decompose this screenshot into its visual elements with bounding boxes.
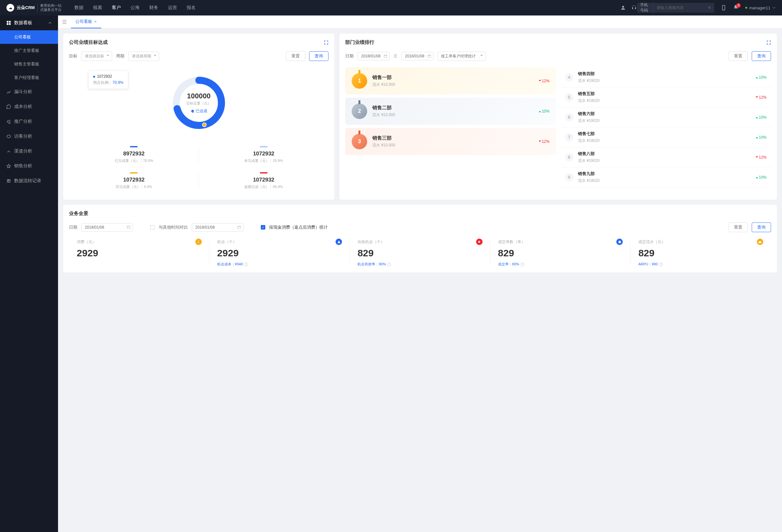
brand-name: 云朵CRM — [17, 5, 35, 11]
top-nav: 数据线索客户公海财务运营报名 — [74, 5, 620, 11]
period-select[interactable]: 请选择周期 — [128, 51, 159, 61]
expand-icon[interactable] — [767, 40, 771, 45]
sidebar-item-4[interactable]: 渠道分析 — [0, 144, 58, 158]
nav-item-3[interactable]: 公海 — [131, 5, 140, 11]
rank-line-9[interactable]: 9销售九部流水 ¥1902010% — [561, 167, 771, 187]
chart-tooltip: 1072932 所占比例：70.9% — [88, 71, 128, 89]
query-button[interactable]: 查询 — [309, 51, 328, 61]
rank-top-1[interactable]: 1销售一部流水 ¥10,90012% — [345, 67, 556, 95]
nav-item-5[interactable]: 运营 — [168, 5, 177, 11]
card2-title: 部门业绩排行 — [345, 39, 374, 45]
tab-close-icon[interactable]: × — [94, 19, 97, 24]
sidebar-sub-0[interactable]: 公司看板 — [0, 30, 58, 44]
nav-item-4[interactable]: 财务 — [149, 5, 158, 11]
user-menu[interactable]: manager11 — [745, 5, 776, 10]
user-icon[interactable] — [620, 5, 626, 11]
headset-icon[interactable] — [631, 5, 637, 11]
sidebar: 数据看板 公司看板推广主管看板销售主管看板客户经理看板 漏斗分析成本分析推广分析… — [0, 15, 58, 532]
target-label: 目标 — [69, 53, 77, 59]
notification-badge: 5 — [736, 3, 741, 8]
stat-item: 1072932超额完成（元）89.9% — [199, 168, 329, 194]
collapse-sidebar-icon[interactable] — [62, 19, 67, 25]
sidebar-sub-2[interactable]: 销售主管看板 — [0, 58, 58, 71]
logo-icon: ☁ — [6, 4, 14, 11]
rank-line-5[interactable]: 5销售五部流水 ¥1902012% — [561, 87, 771, 107]
expand-icon[interactable] — [324, 40, 328, 45]
sidebar-icon — [6, 104, 11, 109]
brand-tag2: 式服务云平台 — [40, 8, 62, 12]
nav-item-2[interactable]: 客户 — [112, 5, 121, 11]
sidebar-item-2[interactable]: 推广分析 — [0, 114, 58, 129]
nav-item-6[interactable]: 报名 — [187, 5, 196, 11]
sidebar-item-5[interactable]: 销售分析 — [0, 158, 58, 174]
svg-rect-15 — [618, 241, 621, 243]
target-select[interactable]: 请选择目标 — [81, 51, 112, 61]
mobile-icon[interactable] — [721, 5, 726, 11]
sidebar-item-0[interactable]: 漏斗分析 — [0, 84, 58, 99]
overview-item-2: 有效机会（个）829机会有效率：80% ? — [350, 239, 490, 267]
card3-title: 业务全景 — [69, 211, 88, 217]
search-type[interactable]: 手机号码 — [640, 2, 653, 13]
thumb-up-icon — [190, 109, 194, 113]
rank-top-3[interactable]: 3销售三部流水 ¥10,90012% — [345, 128, 556, 155]
chevron-up-icon — [48, 21, 51, 25]
date-label: 日期 — [69, 224, 77, 230]
compare-date-input[interactable]: 2018/01/08 — [192, 223, 243, 232]
logo[interactable]: ☁ 云朵CRM 教育机构一站 式服务云平台 — [6, 4, 62, 12]
svg-point-1 — [709, 7, 710, 8]
reset-button[interactable]: 重置 — [728, 222, 748, 232]
tab-company-board[interactable]: 公司看板 × — [71, 15, 101, 28]
chevron-down-icon — [772, 6, 776, 9]
sidebar-group-dashboard[interactable]: 数据看板 — [0, 15, 58, 30]
search-icon[interactable] — [708, 5, 711, 10]
sidebar-icon — [6, 90, 11, 94]
date-to-input[interactable]: 2018/01/08 — [401, 52, 433, 60]
compare-checkbox[interactable] — [150, 225, 155, 229]
sidebar-sub-3[interactable]: 客户经理看板 — [0, 71, 58, 84]
stat-item: 8972932已完成量（元）70.9% — [69, 142, 199, 168]
tab-label: 公司看板 — [75, 19, 92, 25]
cash-option-label: 按现金消费（返点后消费）统计 — [269, 224, 328, 230]
date-label: 日期 — [345, 53, 354, 59]
date-from-input[interactable]: 2018/01/08 — [357, 52, 390, 60]
topbar: ☁ 云朵CRM 教育机构一站 式服务云平台 数据线索客户公海财务运营报名 手机号… — [0, 0, 782, 15]
rank-line-8[interactable]: 8销售八部流水 ¥1902012% — [561, 147, 771, 167]
sidebar-icon — [6, 149, 11, 153]
date-input[interactable]: 2018/01/08 — [81, 223, 133, 232]
dashboard-icon — [6, 21, 11, 25]
notification-icon[interactable]: 5 — [733, 4, 739, 11]
reset-button[interactable]: 重置 — [728, 51, 748, 61]
svg-rect-6 — [7, 23, 8, 25]
overview-item-1: 机会（个）2929机会成本：¥948 ? — [210, 239, 350, 267]
nav-item-1[interactable]: 线索 — [93, 5, 102, 11]
rank-line-4[interactable]: 4销售四部流水 ¥1902010% — [561, 67, 771, 87]
overview-item-4: 成交流水（元）829ARPU：¥80 ? — [631, 239, 771, 267]
search-input[interactable] — [653, 5, 708, 10]
sidebar-icon — [6, 164, 11, 168]
main-content: 公司看板 × 公司业绩目标达成 目标 请选择目标 周期 请选择周期 — [58, 15, 782, 532]
query-button[interactable]: 查询 — [752, 222, 771, 232]
compare-label: 与其他时间对比 — [158, 224, 188, 230]
reset-button[interactable]: 重置 — [286, 51, 305, 61]
nav-item-0[interactable]: 数据 — [74, 5, 83, 11]
rank-line-7[interactable]: 7销售七部流水 ¥1902010% — [561, 127, 771, 147]
tooltip-value: 1072932 — [97, 74, 112, 79]
query-button[interactable]: 查询 — [752, 51, 771, 61]
stat-item: 1072932未完成量（元）20.9% — [199, 142, 329, 168]
rank-top-2[interactable]: 2销售二部流水 ¥10,90010% — [345, 98, 556, 125]
sidebar-item-6[interactable]: 数据流转记录 — [0, 174, 58, 188]
date-separator: 至 — [394, 54, 397, 59]
sidebar-sub-1[interactable]: 推广主管看板 — [0, 44, 58, 58]
tooltip-label: 所占比例： — [93, 80, 112, 85]
sidebar-item-1[interactable]: 成本分析 — [0, 99, 58, 114]
stat-by-select[interactable]: 按工单客户经理统计 — [437, 51, 486, 61]
status-dot — [745, 7, 747, 9]
card-business-overview: 业务全景 日期 2018/01/08 与其他时间对比 2018/01/08 按现… — [63, 205, 777, 273]
rank-line-6[interactable]: 6销售六部流水 ¥1902010% — [561, 107, 771, 127]
cash-checkbox[interactable] — [261, 225, 265, 229]
sidebar-item-3[interactable]: 访客分析 — [0, 129, 58, 144]
card-dept-ranking: 部门业绩排行 日期 2018/01/08 至 2018/01/08 按工单客户经… — [340, 34, 777, 200]
donut-chart: 100000 目标总量（元） 已达成 — [170, 74, 228, 132]
tooltip-pct: 70.9% — [112, 80, 123, 85]
stat-item: 1072932应完成量（元）8.9% — [69, 168, 199, 194]
